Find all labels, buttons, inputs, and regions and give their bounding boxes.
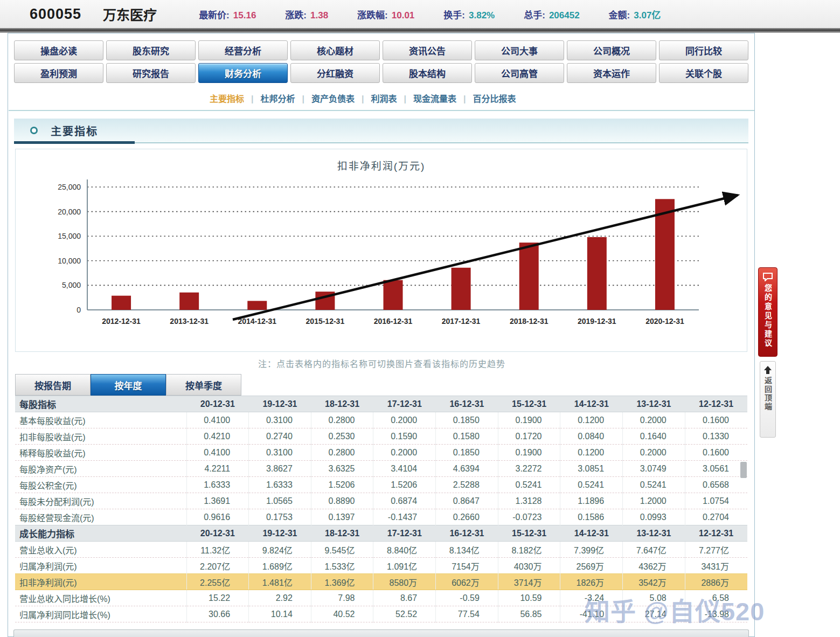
metric-label-s1-r4[interactable]: 归属净利润同比增长(%) <box>15 606 186 622</box>
metric-row: 每股未分配利润(元)1.36911.05650.88900.68740.8647… <box>15 493 747 509</box>
metric-value: 0.5241 <box>498 477 560 493</box>
subnav-link-4[interactable]: 现金流量表 <box>413 94 456 103</box>
subnav-link-2[interactable]: 资产负债表 <box>311 94 355 103</box>
header-divider <box>0 28 840 33</box>
date-column-header: 13-12-31 <box>623 525 685 542</box>
metric-value: 2.5288 <box>436 477 498 493</box>
nav-tab-r2-2[interactable]: 财务分析 <box>198 63 288 83</box>
subnav-link-5[interactable]: 百分比报表 <box>473 94 516 103</box>
metric-value: 8.840亿 <box>373 542 436 558</box>
x-tick-label: 2019-12-31 <box>578 317 616 326</box>
bar-2017-12-31 <box>452 268 471 310</box>
nav-tab-r2-4[interactable]: 股本结构 <box>383 63 472 83</box>
y-tick-label: 5,000 <box>62 281 81 289</box>
period-tab-2[interactable]: 按单季度 <box>166 374 241 396</box>
quote-field-label: 涨跌幅: <box>357 10 388 20</box>
metric-label-s0-r4[interactable]: 每股公积金(元) <box>15 477 186 493</box>
table-scrollbar-thumb[interactable] <box>740 462 747 478</box>
nav-tab-r1-2[interactable]: 经营分析 <box>198 40 288 60</box>
metric-value: 3.8627 <box>249 461 311 477</box>
date-column-header: 14-12-31 <box>560 525 623 542</box>
quote-field-0: 最新价:15.16 <box>199 8 256 21</box>
metric-label-s1-r1[interactable]: 归属净利润(元) <box>15 558 186 574</box>
metric-value: 0.1640 <box>623 428 685 445</box>
nav-tab-r2-0[interactable]: 盈利预测 <box>14 63 103 83</box>
metric-value: 30.66 <box>186 606 249 622</box>
metric-value: -0.59 <box>436 590 498 606</box>
date-column-header: 19-12-31 <box>249 525 311 542</box>
metric-value: 0.2000 <box>623 445 685 461</box>
metric-value: -0.1437 <box>373 509 436 525</box>
period-tab-0[interactable]: 按报告期 <box>15 374 91 396</box>
nav-tab-r1-4[interactable]: 资讯公告 <box>383 40 472 60</box>
nav-tab-r1-3[interactable]: 核心题材 <box>290 40 380 60</box>
metric-label-s1-r0[interactable]: 营业总收入(元) <box>15 542 186 558</box>
date-column-header: 16-12-31 <box>436 396 498 412</box>
nav-tab-r2-5[interactable]: 公司高管 <box>475 63 564 83</box>
nav-tab-r2-1[interactable]: 研究报告 <box>106 63 196 83</box>
metric-value: 0.1580 <box>436 428 498 445</box>
date-column-header: 20-12-31 <box>186 396 249 412</box>
metric-value: 1.369亿 <box>311 574 373 590</box>
metric-value: 2.255亿 <box>186 574 249 590</box>
metric-value: 7.98 <box>311 590 373 606</box>
chat-bubble-icon <box>763 273 773 281</box>
subnav-link-0[interactable]: 主要指标 <box>210 94 244 103</box>
metric-label-s0-r1[interactable]: 扣非每股收益(元) <box>15 428 186 445</box>
metric-value: 4.2211 <box>186 461 249 477</box>
back-to-top-button[interactable]: 返回顶端 <box>760 361 776 438</box>
y-tick-label: 10,000 <box>58 257 81 265</box>
quote-field-1: 涨跌:1.38 <box>285 8 328 21</box>
nav-tab-r2-6[interactable]: 资本运作 <box>567 63 656 83</box>
metric-label-s0-r2[interactable]: 稀释每股收益(元) <box>15 445 186 461</box>
metric-value: 7.647亿 <box>623 542 685 558</box>
nav-tab-r2-7[interactable]: 关联个股 <box>659 63 748 83</box>
date-column-header: 18-12-31 <box>311 396 373 412</box>
nav-tab-r1-6[interactable]: 公司概况 <box>567 40 656 60</box>
metric-value: 0.6568 <box>685 477 747 493</box>
quote-field-label: 最新价: <box>199 10 230 20</box>
metric-value: 8.67 <box>373 590 436 606</box>
metric-label-s0-r3[interactable]: 每股净资产(元) <box>15 461 186 477</box>
date-column-header: 14-12-31 <box>560 396 623 412</box>
metric-value: 0.1600 <box>685 445 747 461</box>
metric-value: 1.0565 <box>249 493 311 509</box>
section-name: 成长能力指标 <box>15 525 186 542</box>
nav-tab-r1-1[interactable]: 股东研究 <box>106 40 196 60</box>
metric-value: 1826万 <box>560 574 623 590</box>
subnav-link-1[interactable]: 杜邦分析 <box>261 94 295 103</box>
metric-value: 0.5241 <box>560 477 623 493</box>
metric-value: 4030万 <box>498 558 560 574</box>
metric-value: 0.3100 <box>249 445 311 461</box>
period-tab-1[interactable]: 按年度 <box>91 374 166 396</box>
section-bullet-icon <box>30 127 38 134</box>
metric-value: 0.8647 <box>436 493 498 509</box>
metric-value: 1.5206 <box>311 477 373 493</box>
feedback-button[interactable]: 您的意见与建议 <box>758 267 777 357</box>
metric-value: 0.0993 <box>623 509 685 525</box>
metric-row: 每股公积金(元)1.63331.63331.52061.52062.52880.… <box>15 477 747 493</box>
metric-value: 0.2000 <box>373 412 436 428</box>
metric-value: 0.1590 <box>373 428 436 445</box>
nav-tab-r2-3[interactable]: 分红融资 <box>290 63 380 83</box>
metric-value: 3.6325 <box>311 461 373 477</box>
subnav-link-3[interactable]: 利润表 <box>371 94 397 103</box>
nav-tab-r1-7[interactable]: 同行比较 <box>659 40 748 60</box>
metric-value: 1.091亿 <box>373 558 436 574</box>
metric-label-s0-r6[interactable]: 每股经营现金流(元) <box>15 509 186 525</box>
metric-value: 0.2740 <box>249 428 311 445</box>
metric-label-s0-r5[interactable]: 每股未分配利润(元) <box>15 493 186 509</box>
date-column-header: 19-12-31 <box>249 396 311 412</box>
metric-value: 0.2800 <box>311 412 373 428</box>
nav-tab-r1-0[interactable]: 操盘必读 <box>14 40 103 60</box>
metric-label-s0-r0[interactable]: 基本每股收益(元) <box>15 412 186 428</box>
metric-label-s1-r3[interactable]: 营业总收入同比增长(%) <box>15 590 186 606</box>
nav-tab-r1-5[interactable]: 公司大事 <box>475 40 564 60</box>
metric-value: 1.0754 <box>685 493 747 509</box>
x-tick-label: 2014-12-31 <box>238 317 276 326</box>
metric-value: 3.0749 <box>623 461 685 477</box>
metric-value: 7.399亿 <box>560 542 623 558</box>
metric-label-s1-r2[interactable]: 扣非净利润(元) <box>15 574 186 590</box>
metric-value: 3714万 <box>498 574 560 590</box>
subnav-separator: | <box>463 94 466 103</box>
